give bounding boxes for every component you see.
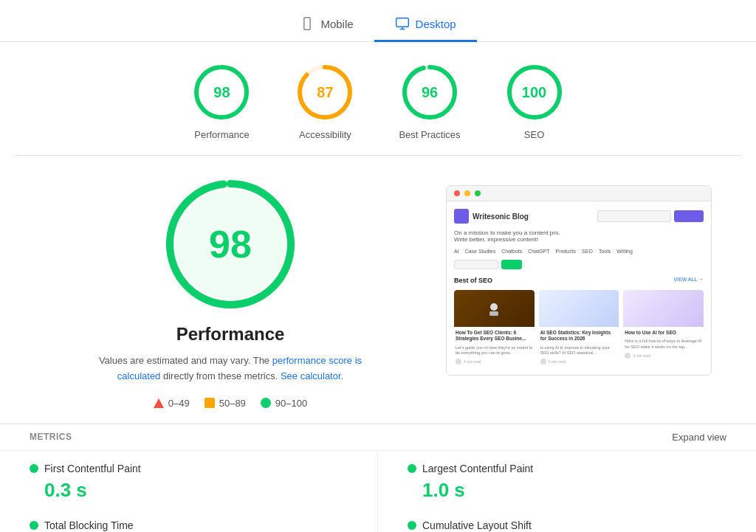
metric-fcp-value: 0.3 s <box>30 479 348 502</box>
preview-card-img-2 <box>539 290 619 327</box>
score-label-accessibility: Accessibility <box>299 129 351 140</box>
circle-green-icon <box>261 398 271 408</box>
metric-lcp-name: Largest Contentful Paint <box>422 463 533 474</box>
preview-dot-yellow <box>464 190 470 196</box>
preview-search-bar <box>454 260 704 269</box>
preview-card-img-3 <box>623 290 704 327</box>
preview-card-title-1: How To Get SEO Clients: 8 Strategies Eve… <box>454 327 535 345</box>
metric-tbt-name-row: Total Blocking Time <box>30 519 348 531</box>
preview-card-footer-2: 5 min read <box>539 359 619 367</box>
calculator-link[interactable]: See calculator. <box>281 370 343 381</box>
score-circle-seo: 100 <box>505 63 564 122</box>
preview-avatar-1 <box>456 359 461 365</box>
legend: 0–49 50–89 90–100 <box>154 398 307 409</box>
desc-static: Values are estimated and may vary. The <box>99 355 272 366</box>
preview-search-input <box>454 260 498 269</box>
preview-card-footer-3: 3 min read <box>623 353 704 362</box>
main-content: 98 Performance Values are estimated and … <box>0 156 756 424</box>
metric-fcp-name: First Contentful Paint <box>44 463 141 474</box>
performance-title: Performance <box>176 324 285 345</box>
score-value-seo: 100 <box>522 84 546 101</box>
expand-view-button[interactable]: Expand view <box>672 432 726 443</box>
legend-range-0: 0–49 <box>168 398 190 409</box>
preview-card-desc-2: Is using AI to improve in elevating your… <box>539 345 619 359</box>
preview-card-desc-1: Let's guide you on how they're so meant … <box>454 345 535 359</box>
metric-fcp: First Contentful Paint 0.3 s <box>0 451 378 508</box>
metric-cls: Cumulative Layout Shift <box>378 508 756 532</box>
score-performance: 98 Performance <box>192 63 251 140</box>
site-preview: Writesonic Blog On a mission to make you… <box>446 185 712 376</box>
metrics-header: METRICS Expand view <box>0 424 756 450</box>
preview-header: Writesonic Blog <box>454 209 704 224</box>
svg-rect-16 <box>489 311 498 316</box>
legend-green: 90–100 <box>261 398 307 409</box>
big-score-circle: 98 <box>164 178 297 311</box>
preview-section-title: Best of SEO <box>454 277 492 284</box>
metric-lcp: Largest Contentful Paint 1.0 s <box>378 451 756 508</box>
metric-tbt-name: Total Blocking Time <box>44 519 134 531</box>
svg-point-15 <box>490 303 498 311</box>
square-orange-icon <box>205 398 215 408</box>
preview-tagline: On a mission to make you a content pro. … <box>454 229 572 243</box>
preview-card-meta-1: 4 min read <box>464 359 481 364</box>
legend-orange: 50–89 <box>205 398 246 409</box>
metric-cls-dot <box>408 521 416 530</box>
score-best-practices: 96 Best Practices <box>399 63 460 140</box>
preview-email-input <box>597 210 671 222</box>
svg-rect-0 <box>304 18 310 30</box>
score-value-best-practices: 96 <box>422 84 438 101</box>
writesonic-icon <box>454 209 469 224</box>
score-label-best-practices: Best Practices <box>399 129 460 140</box>
tabs-bar: Mobile Desktop <box>0 0 756 42</box>
tab-desktop[interactable]: Desktop <box>374 9 477 42</box>
preview-card-desc-3: Here is a full how-to of ways to leverag… <box>623 339 704 352</box>
svg-rect-2 <box>396 18 408 27</box>
metric-cls-name-row: Cumulative Layout Shift <box>408 519 726 531</box>
score-circle-accessibility: 87 <box>295 63 354 122</box>
preview-card-2: AI SEO Statistics: Key Insights for Succ… <box>539 290 619 367</box>
score-value-accessibility: 87 <box>317 84 333 101</box>
desc-mid: directly from these metrics. <box>160 370 281 381</box>
metric-lcp-dot <box>408 464 416 473</box>
preview-cards: How To Get SEO Clients: 8 Strategies Eve… <box>454 290 704 367</box>
preview-card-meta-3: 3 min read <box>633 353 650 358</box>
preview-site-content: Writesonic Blog On a mission to make you… <box>447 201 711 375</box>
preview-search-button <box>501 260 522 269</box>
preview-dot-red <box>454 190 460 196</box>
preview-subscribe-btn <box>674 210 704 222</box>
big-score-value: 98 <box>209 222 252 266</box>
tab-mobile-label: Mobile <box>320 18 353 30</box>
metric-lcp-name-row: Largest Contentful Paint <box>408 463 726 474</box>
scores-row: 98 Performance 87 Accessibility 96 Best … <box>0 42 756 155</box>
legend-range-2: 90–100 <box>275 398 307 409</box>
big-circle-inner: 98 <box>176 190 285 299</box>
metric-lcp-value: 1.0 s <box>408 479 726 502</box>
preview-dot-green <box>475 190 481 196</box>
metrics-label: METRICS <box>30 432 72 442</box>
score-label-seo: SEO <box>524 129 544 140</box>
metrics-grid: First Contentful Paint 0.3 s Largest Con… <box>0 450 756 532</box>
left-panel: 98 Performance Values are estimated and … <box>44 178 416 409</box>
preview-card-1: How To Get SEO Clients: 8 Strategies Eve… <box>454 290 535 367</box>
preview-card-title-3: How to Use AI for SEO <box>623 327 704 339</box>
desktop-icon <box>395 16 410 31</box>
metric-tbt: Total Blocking Time <box>0 508 378 532</box>
tab-mobile[interactable]: Mobile <box>279 9 374 42</box>
preview-logo-text: Writesonic Blog <box>472 213 529 221</box>
preview-section-header: Best of SEO VIEW ALL → <box>454 277 704 284</box>
legend-range-1: 50–89 <box>219 398 246 409</box>
mobile-icon <box>300 16 315 31</box>
preview-subscribe-form <box>597 210 704 222</box>
tab-desktop-label: Desktop <box>416 18 456 30</box>
preview-card-3: How to Use AI for SEO Here is a full how… <box>623 290 704 367</box>
metric-fcp-name-row: First Contentful Paint <box>30 463 348 474</box>
preview-card-footer-1: 4 min read <box>454 359 535 367</box>
score-value-performance: 98 <box>213 84 230 101</box>
score-label-performance: Performance <box>194 129 249 140</box>
preview-avatar-3 <box>625 353 630 359</box>
score-accessibility: 87 Accessibility <box>295 63 354 140</box>
performance-description: Values are estimated and may vary. The p… <box>90 353 371 384</box>
metric-cls-name: Cumulative Layout Shift <box>422 519 532 531</box>
preview-logo: Writesonic Blog <box>454 209 529 224</box>
preview-browser-bar <box>447 186 711 201</box>
